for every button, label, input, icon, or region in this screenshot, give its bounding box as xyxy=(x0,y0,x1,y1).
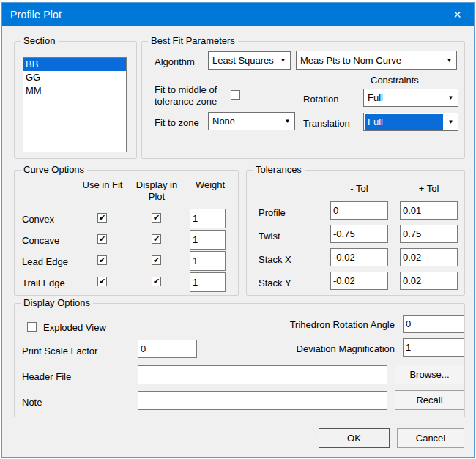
stack-y-minus-tol-field[interactable] xyxy=(330,272,388,290)
tolerances-group-label: Tolerances xyxy=(253,164,305,175)
curve-row-label: Lead Edge xyxy=(22,256,68,267)
close-icon[interactable]: ✕ xyxy=(441,3,474,26)
ok-button[interactable]: OK xyxy=(319,428,390,448)
trihedron-rotation-angle-field[interactable] xyxy=(403,315,464,333)
twist-plus-tol-field[interactable] xyxy=(400,225,458,243)
tolerance-row-label: Twist xyxy=(259,231,280,242)
lead-edge-display-in-plot-checkbox[interactable] xyxy=(152,255,161,265)
chevron-down-icon: ▼ xyxy=(444,113,458,130)
concave-use-in-fit-checkbox[interactable] xyxy=(97,234,107,244)
lead-edge-use-in-fit-checkbox[interactable] xyxy=(97,255,107,265)
profile-plot-dialog: Profile Plot ✕ Section BB GG MM Best Fit… xyxy=(1,2,475,458)
trail-edge-weight-field[interactable] xyxy=(190,272,226,292)
fit-method-dropdown[interactable]: Meas Pts to Nom Curve ▼ xyxy=(296,51,457,70)
exploded-view-checkbox[interactable] xyxy=(27,322,37,332)
chevron-down-icon: ▼ xyxy=(280,113,294,130)
best-fit-group-label: Best Fit Parameters xyxy=(148,35,238,46)
chevron-down-icon: ▼ xyxy=(442,51,456,69)
convex-weight-field[interactable] xyxy=(190,209,226,228)
trail-edge-use-in-fit-checkbox[interactable] xyxy=(97,277,107,286)
trihedron-label: Trihedron Rotation Angle xyxy=(250,319,395,330)
fit-to-zone-label: Fit to zone xyxy=(155,117,199,128)
print-scale-factor-label: Print Scale Factor xyxy=(22,346,97,357)
fit-middle-checkbox[interactable] xyxy=(231,90,240,100)
fit-middle-label: Fit to middle of tolerance zone xyxy=(155,84,239,108)
stack-x-plus-tol-field[interactable] xyxy=(400,248,458,266)
twist-minus-tol-field[interactable] xyxy=(330,225,388,243)
stack-x-minus-tol-field[interactable] xyxy=(330,248,388,266)
convex-display-in-plot-checkbox[interactable] xyxy=(152,213,161,223)
concave-display-in-plot-checkbox[interactable] xyxy=(152,234,161,244)
plus-tol-header: + Tol xyxy=(400,183,458,194)
title-bar: Profile Plot xyxy=(2,3,474,26)
translation-dropdown[interactable]: Full ▼ xyxy=(363,113,458,131)
browse-button[interactable]: Browse... xyxy=(395,365,464,384)
translation-label: Translation xyxy=(303,118,350,129)
use-in-fit-header: Use in Fit xyxy=(77,179,128,190)
note-field[interactable] xyxy=(138,391,387,410)
display-options-group-label: Display Options xyxy=(21,297,93,308)
profile-minus-tol-field[interactable] xyxy=(330,201,388,220)
deviation-magnification-field[interactable] xyxy=(403,338,464,357)
trail-edge-display-in-plot-checkbox[interactable] xyxy=(152,277,161,286)
rotation-label: Rotation xyxy=(303,94,338,105)
dialog-title: Profile Plot xyxy=(2,9,62,20)
fit-to-zone-dropdown[interactable]: None ▼ xyxy=(208,112,295,130)
tolerance-row-label: Stack X xyxy=(259,254,291,265)
list-item[interactable]: MM xyxy=(23,84,126,97)
recall-button[interactable]: Recall xyxy=(395,390,464,410)
list-item[interactable]: BB xyxy=(23,58,126,71)
tolerance-row-label: Stack Y xyxy=(259,277,291,288)
section-group-label: Section xyxy=(21,35,58,46)
constraints-label: Constraints xyxy=(371,75,419,86)
header-file-label: Header File xyxy=(22,371,71,382)
section-listbox[interactable]: BB GG MM xyxy=(23,57,127,152)
convex-use-in-fit-checkbox[interactable] xyxy=(97,213,107,223)
profile-plus-tol-field[interactable] xyxy=(400,201,458,220)
lead-edge-weight-field[interactable] xyxy=(190,251,226,271)
weight-header: Weight xyxy=(188,179,232,190)
minus-tol-header: - Tol xyxy=(330,183,388,194)
tolerance-row-label: Profile xyxy=(259,207,286,218)
stack-y-plus-tol-field[interactable] xyxy=(400,272,458,290)
curve-row-label: Concave xyxy=(22,235,59,246)
print-scale-factor-field[interactable] xyxy=(138,340,197,358)
cancel-button[interactable]: Cancel xyxy=(397,428,464,448)
note-label: Note xyxy=(22,397,42,408)
list-item[interactable]: GG xyxy=(23,71,126,84)
curve-row-label: Convex xyxy=(22,214,54,225)
algorithm-label: Algorithm xyxy=(155,56,195,67)
chevron-down-icon: ▼ xyxy=(444,89,458,106)
exploded-view-label: Exploded View xyxy=(43,322,106,333)
algorithm-dropdown[interactable]: Least Squares ▼ xyxy=(208,51,291,70)
rotation-dropdown[interactable]: Full ▼ xyxy=(363,89,458,107)
deviation-magnification-label: Deviation Magnification xyxy=(250,343,395,354)
curve-row-label: Trail Edge xyxy=(22,277,65,288)
curve-options-group-label: Curve Options xyxy=(21,164,87,175)
concave-weight-field[interactable] xyxy=(190,230,226,250)
chevron-down-icon: ▼ xyxy=(276,52,290,69)
header-file-field[interactable] xyxy=(138,365,387,384)
display-in-plot-header: Display in Plot xyxy=(134,179,179,203)
